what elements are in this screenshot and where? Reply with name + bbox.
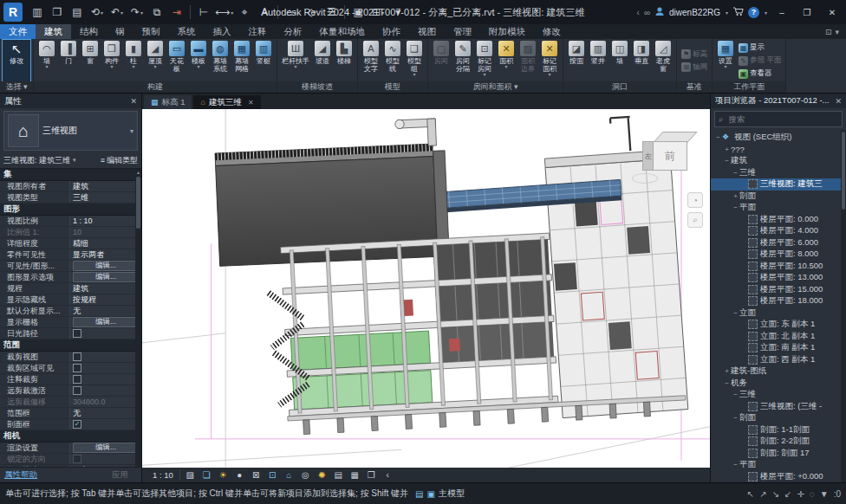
model-group-button[interactable]: ❑模型组▾ [404, 40, 425, 81]
column-button[interactable]: ▮柱▾ [123, 40, 144, 81]
curtain-grid-button[interactable]: ▦幕墙网格 [231, 40, 252, 81]
scroll-up-icon[interactable]: ▴ [137, 169, 140, 175]
background-processes-icon[interactable]: ◌ [810, 489, 815, 499]
curtain-system-button[interactable]: ◍幕墙系统 [210, 40, 231, 81]
view-scale-button[interactable]: 1 : 10 [146, 470, 180, 480]
panel-label[interactable]: 楼梯坡道 [277, 81, 357, 93]
select-links-icon[interactable]: ↗ [759, 489, 766, 499]
search-icon[interactable]: ∞ [644, 8, 650, 17]
section-button[interactable]: ◇ [302, 3, 321, 22]
room-separator-button[interactable]: ✎房间分隔 [452, 40, 473, 81]
drag-on-selection-icon[interactable]: ✛ [797, 489, 804, 499]
visual-style-icon[interactable]: ❏ [200, 470, 213, 480]
edit-button[interactable]: 编辑... [73, 261, 139, 271]
drawing-canvas[interactable]: 左 前 ◔⌕ [142, 109, 710, 468]
panel-label[interactable]: 选择 ▾ [0, 81, 33, 93]
ribbon-tab-insert[interactable]: 插入 [205, 24, 240, 39]
door-button[interactable]: ▐门 [58, 40, 79, 81]
property-value[interactable]: 建筑 [69, 181, 141, 191]
area-button[interactable]: ✕面积▾ [496, 40, 517, 81]
collapse-icon[interactable]: ‹ [637, 8, 640, 17]
panel-label[interactable]: 构建 [34, 81, 277, 93]
properties-help-link[interactable]: 属性帮助 [4, 469, 37, 481]
ribbon-tab-massing-site[interactable]: 体量和场地 [311, 24, 374, 39]
tree-item[interactable]: 三维视图: (三维 - [711, 401, 846, 413]
help-caret-icon[interactable]: ▾ [765, 10, 767, 16]
tree-item[interactable]: 立面: 南 副本 1 [711, 342, 846, 354]
tree-item[interactable]: −立面 [711, 307, 846, 320]
property-value[interactable]: 显示两者 [69, 249, 141, 260]
select-pinned-icon[interactable]: ↙ [784, 489, 791, 499]
measure-button[interactable]: ⊢ [194, 3, 213, 22]
checkbox[interactable] [73, 364, 81, 372]
revit-logo-icon[interactable]: R [3, 3, 23, 22]
property-value[interactable]: 304800.0 [69, 397, 141, 407]
tree-item[interactable]: 三维视图: 建筑三 [711, 178, 846, 191]
design-options-icon[interactable]: ▣ [426, 489, 434, 499]
tree-item[interactable]: 楼层平面: 13.000 [711, 272, 846, 284]
viewcube-front-face[interactable]: 前 [653, 141, 687, 171]
model-text-button[interactable]: A模型文字 [361, 40, 381, 81]
panel-label[interactable]: 洞口 [563, 81, 676, 93]
ceiling-button[interactable]: ▭天花板 [166, 40, 187, 81]
ribbon-tab-structure[interactable]: 结构 [71, 24, 107, 39]
component-button[interactable]: ❒构件▾ [101, 40, 122, 81]
mullion-button[interactable]: ▥竖梃 [253, 40, 274, 81]
model-line-button[interactable]: ∿模型线 [382, 40, 403, 81]
username[interactable]: diwenB22RG [669, 8, 720, 17]
show-crop-icon[interactable]: ⊡ [266, 470, 279, 480]
tree-expander[interactable]: − [732, 391, 739, 398]
ribbon-display-options[interactable]: ⊡ ▾ [825, 24, 846, 39]
tree-item[interactable]: −机务 [711, 378, 846, 390]
ribbon-tab-file[interactable]: 文件 [0, 24, 36, 39]
tree-item[interactable]: 立面: 北 副本 1 [711, 331, 846, 343]
opening-by-face-button[interactable]: ◪按面 [566, 40, 587, 81]
ribbon-tab-view[interactable]: 视图 [409, 24, 445, 39]
tree-item[interactable]: 立面: 西 副本 1 [711, 354, 846, 366]
steering-wheel-icon[interactable]: ◔ [687, 192, 703, 208]
property-value[interactable]: 三维 [69, 192, 141, 203]
instance-label[interactable]: 三维视图: 建筑三维 [3, 155, 70, 166]
save-button[interactable]: ▤ [68, 3, 87, 22]
property-value[interactable] [69, 363, 141, 373]
selection-filter-icon[interactable]: ▼ [820, 489, 829, 499]
close-button[interactable]: ✕ [822, 3, 843, 22]
browser-search[interactable]: ⌕ [714, 111, 843, 127]
default-3d-view-button[interactable]: ⌂▾ [282, 3, 301, 22]
help-icon[interactable]: ? [748, 7, 759, 18]
undo-button[interactable]: ↶▾ [107, 3, 127, 22]
search-input[interactable] [727, 113, 817, 125]
ribbon-tab-manage[interactable]: 管理 [445, 24, 480, 39]
scroll-handle[interactable] [136, 177, 140, 229]
tree-item[interactable]: −剖面 [711, 412, 846, 424]
property-value[interactable]: 建筑 [69, 283, 141, 294]
type-selector-caret-icon[interactable]: ▾ [130, 127, 133, 135]
edit-button[interactable]: 编辑... [73, 443, 139, 453]
tree-item[interactable]: 剖面: 剖面 17 [711, 448, 846, 460]
tree-item[interactable]: +剖面 [711, 191, 846, 203]
property-value[interactable]: 按规程 [69, 294, 141, 305]
detail-level-icon[interactable]: ▨ [184, 470, 197, 480]
panel-label[interactable]: 基准 [677, 81, 712, 93]
tree-item[interactable]: 立面: 东 副本 1 [711, 319, 846, 331]
thin-lines-button[interactable]: ☰ [322, 3, 341, 22]
tree-expander[interactable]: − [732, 309, 739, 317]
checkbox[interactable] [73, 352, 81, 361]
close-view-icon[interactable]: ✕ [248, 99, 254, 107]
tree-expander[interactable]: − [714, 133, 722, 141]
modify-cursor-button[interactable]: ↖修改 [3, 40, 30, 81]
sun-path-icon[interactable]: ☀ [217, 470, 230, 480]
ribbon-tab-systems[interactable]: 系统 [169, 24, 205, 39]
worksharing-display-icon[interactable]: ▦ [348, 470, 361, 480]
property-value[interactable]: 无 [69, 306, 141, 316]
design-options-control[interactable]: ▤ ▣ 主模型 [415, 488, 465, 500]
property-group-header[interactable]: 图形 [0, 204, 141, 216]
ribbon-tab-precast[interactable]: 预制 [133, 24, 169, 39]
tree-item[interactable]: 楼层平面: 0.000 [711, 214, 846, 226]
browser-close-icon[interactable]: ✕ [831, 97, 842, 106]
temporary-view-properties-icon[interactable]: ▤ [332, 470, 345, 480]
editable-only-icon[interactable]: ↖ [747, 489, 754, 499]
tree-item[interactable]: 楼层平面: 18.000 [711, 295, 846, 307]
checkbox[interactable] [73, 329, 81, 338]
railing-button[interactable]: Ш栏杆扶手▾ [280, 40, 311, 81]
